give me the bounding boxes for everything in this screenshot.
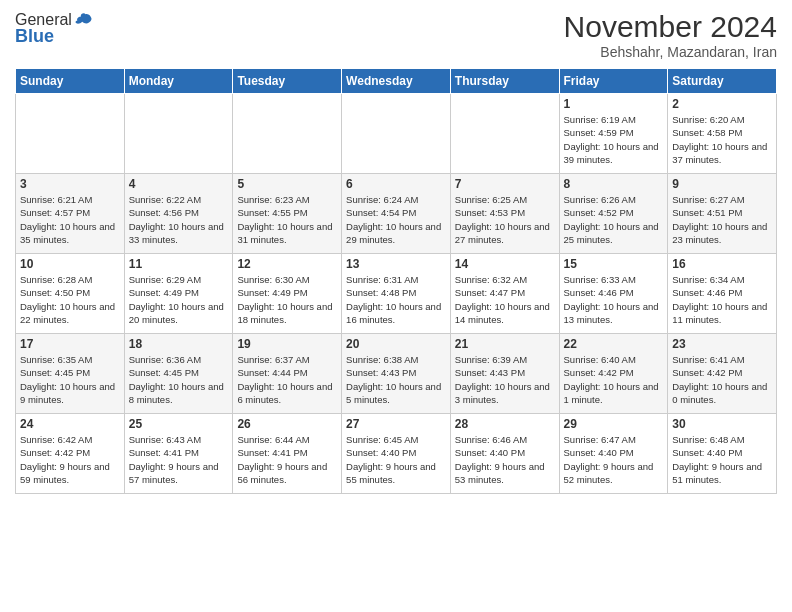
table-row <box>233 94 342 174</box>
table-row: 17Sunrise: 6:35 AM Sunset: 4:45 PM Dayli… <box>16 334 125 414</box>
day-info: Sunrise: 6:29 AM Sunset: 4:49 PM Dayligh… <box>129 273 229 326</box>
col-tuesday: Tuesday <box>233 69 342 94</box>
title-block: November 2024 Behshahr, Mazandaran, Iran <box>564 10 777 60</box>
day-number: 12 <box>237 257 337 271</box>
day-info: Sunrise: 6:38 AM Sunset: 4:43 PM Dayligh… <box>346 353 446 406</box>
calendar-week-row: 10Sunrise: 6:28 AM Sunset: 4:50 PM Dayli… <box>16 254 777 334</box>
day-number: 25 <box>129 417 229 431</box>
table-row <box>342 94 451 174</box>
day-number: 8 <box>564 177 664 191</box>
location-subtitle: Behshahr, Mazandaran, Iran <box>564 44 777 60</box>
day-number: 20 <box>346 337 446 351</box>
day-number: 13 <box>346 257 446 271</box>
day-info: Sunrise: 6:42 AM Sunset: 4:42 PM Dayligh… <box>20 433 120 486</box>
day-info: Sunrise: 6:41 AM Sunset: 4:42 PM Dayligh… <box>672 353 772 406</box>
table-row: 29Sunrise: 6:47 AM Sunset: 4:40 PM Dayli… <box>559 414 668 494</box>
col-thursday: Thursday <box>450 69 559 94</box>
day-info: Sunrise: 6:33 AM Sunset: 4:46 PM Dayligh… <box>564 273 664 326</box>
table-row: 21Sunrise: 6:39 AM Sunset: 4:43 PM Dayli… <box>450 334 559 414</box>
day-number: 16 <box>672 257 772 271</box>
day-number: 24 <box>20 417 120 431</box>
day-info: Sunrise: 6:27 AM Sunset: 4:51 PM Dayligh… <box>672 193 772 246</box>
day-number: 30 <box>672 417 772 431</box>
day-number: 14 <box>455 257 555 271</box>
day-info: Sunrise: 6:20 AM Sunset: 4:58 PM Dayligh… <box>672 113 772 166</box>
col-saturday: Saturday <box>668 69 777 94</box>
header: General Blue November 2024 Behshahr, Maz… <box>15 10 777 60</box>
day-number: 1 <box>564 97 664 111</box>
table-row: 25Sunrise: 6:43 AM Sunset: 4:41 PM Dayli… <box>124 414 233 494</box>
day-number: 7 <box>455 177 555 191</box>
day-number: 22 <box>564 337 664 351</box>
day-info: Sunrise: 6:19 AM Sunset: 4:59 PM Dayligh… <box>564 113 664 166</box>
table-row: 30Sunrise: 6:48 AM Sunset: 4:40 PM Dayli… <box>668 414 777 494</box>
table-row: 8Sunrise: 6:26 AM Sunset: 4:52 PM Daylig… <box>559 174 668 254</box>
day-info: Sunrise: 6:25 AM Sunset: 4:53 PM Dayligh… <box>455 193 555 246</box>
logo: General Blue <box>15 10 94 47</box>
day-info: Sunrise: 6:48 AM Sunset: 4:40 PM Dayligh… <box>672 433 772 486</box>
table-row: 14Sunrise: 6:32 AM Sunset: 4:47 PM Dayli… <box>450 254 559 334</box>
day-number: 2 <box>672 97 772 111</box>
day-info: Sunrise: 6:32 AM Sunset: 4:47 PM Dayligh… <box>455 273 555 326</box>
day-number: 9 <box>672 177 772 191</box>
day-info: Sunrise: 6:26 AM Sunset: 4:52 PM Dayligh… <box>564 193 664 246</box>
day-info: Sunrise: 6:31 AM Sunset: 4:48 PM Dayligh… <box>346 273 446 326</box>
day-info: Sunrise: 6:23 AM Sunset: 4:55 PM Dayligh… <box>237 193 337 246</box>
table-row: 2Sunrise: 6:20 AM Sunset: 4:58 PM Daylig… <box>668 94 777 174</box>
table-row: 28Sunrise: 6:46 AM Sunset: 4:40 PM Dayli… <box>450 414 559 494</box>
col-wednesday: Wednesday <box>342 69 451 94</box>
main-container: General Blue November 2024 Behshahr, Maz… <box>0 0 792 612</box>
day-number: 10 <box>20 257 120 271</box>
calendar-week-row: 17Sunrise: 6:35 AM Sunset: 4:45 PM Dayli… <box>16 334 777 414</box>
day-info: Sunrise: 6:21 AM Sunset: 4:57 PM Dayligh… <box>20 193 120 246</box>
day-number: 3 <box>20 177 120 191</box>
table-row <box>450 94 559 174</box>
table-row: 11Sunrise: 6:29 AM Sunset: 4:49 PM Dayli… <box>124 254 233 334</box>
table-row: 4Sunrise: 6:22 AM Sunset: 4:56 PM Daylig… <box>124 174 233 254</box>
day-number: 6 <box>346 177 446 191</box>
calendar-header-row: Sunday Monday Tuesday Wednesday Thursday… <box>16 69 777 94</box>
day-info: Sunrise: 6:44 AM Sunset: 4:41 PM Dayligh… <box>237 433 337 486</box>
day-number: 19 <box>237 337 337 351</box>
day-number: 11 <box>129 257 229 271</box>
table-row <box>16 94 125 174</box>
table-row: 10Sunrise: 6:28 AM Sunset: 4:50 PM Dayli… <box>16 254 125 334</box>
day-number: 5 <box>237 177 337 191</box>
table-row: 13Sunrise: 6:31 AM Sunset: 4:48 PM Dayli… <box>342 254 451 334</box>
calendar-week-row: 24Sunrise: 6:42 AM Sunset: 4:42 PM Dayli… <box>16 414 777 494</box>
day-number: 17 <box>20 337 120 351</box>
col-monday: Monday <box>124 69 233 94</box>
calendar-table: Sunday Monday Tuesday Wednesday Thursday… <box>15 68 777 494</box>
day-number: 15 <box>564 257 664 271</box>
col-friday: Friday <box>559 69 668 94</box>
table-row: 3Sunrise: 6:21 AM Sunset: 4:57 PM Daylig… <box>16 174 125 254</box>
day-info: Sunrise: 6:47 AM Sunset: 4:40 PM Dayligh… <box>564 433 664 486</box>
day-info: Sunrise: 6:28 AM Sunset: 4:50 PM Dayligh… <box>20 273 120 326</box>
day-info: Sunrise: 6:40 AM Sunset: 4:42 PM Dayligh… <box>564 353 664 406</box>
table-row: 18Sunrise: 6:36 AM Sunset: 4:45 PM Dayli… <box>124 334 233 414</box>
day-info: Sunrise: 6:46 AM Sunset: 4:40 PM Dayligh… <box>455 433 555 486</box>
day-number: 23 <box>672 337 772 351</box>
day-info: Sunrise: 6:35 AM Sunset: 4:45 PM Dayligh… <box>20 353 120 406</box>
table-row: 20Sunrise: 6:38 AM Sunset: 4:43 PM Dayli… <box>342 334 451 414</box>
day-info: Sunrise: 6:34 AM Sunset: 4:46 PM Dayligh… <box>672 273 772 326</box>
calendar-week-row: 3Sunrise: 6:21 AM Sunset: 4:57 PM Daylig… <box>16 174 777 254</box>
day-number: 29 <box>564 417 664 431</box>
table-row: 15Sunrise: 6:33 AM Sunset: 4:46 PM Dayli… <box>559 254 668 334</box>
day-number: 21 <box>455 337 555 351</box>
day-info: Sunrise: 6:30 AM Sunset: 4:49 PM Dayligh… <box>237 273 337 326</box>
day-number: 26 <box>237 417 337 431</box>
day-info: Sunrise: 6:22 AM Sunset: 4:56 PM Dayligh… <box>129 193 229 246</box>
table-row: 26Sunrise: 6:44 AM Sunset: 4:41 PM Dayli… <box>233 414 342 494</box>
day-info: Sunrise: 6:43 AM Sunset: 4:41 PM Dayligh… <box>129 433 229 486</box>
col-sunday: Sunday <box>16 69 125 94</box>
table-row: 22Sunrise: 6:40 AM Sunset: 4:42 PM Dayli… <box>559 334 668 414</box>
day-info: Sunrise: 6:39 AM Sunset: 4:43 PM Dayligh… <box>455 353 555 406</box>
table-row: 9Sunrise: 6:27 AM Sunset: 4:51 PM Daylig… <box>668 174 777 254</box>
day-number: 27 <box>346 417 446 431</box>
day-number: 4 <box>129 177 229 191</box>
table-row: 7Sunrise: 6:25 AM Sunset: 4:53 PM Daylig… <box>450 174 559 254</box>
table-row: 24Sunrise: 6:42 AM Sunset: 4:42 PM Dayli… <box>16 414 125 494</box>
table-row: 16Sunrise: 6:34 AM Sunset: 4:46 PM Dayli… <box>668 254 777 334</box>
table-row: 23Sunrise: 6:41 AM Sunset: 4:42 PM Dayli… <box>668 334 777 414</box>
